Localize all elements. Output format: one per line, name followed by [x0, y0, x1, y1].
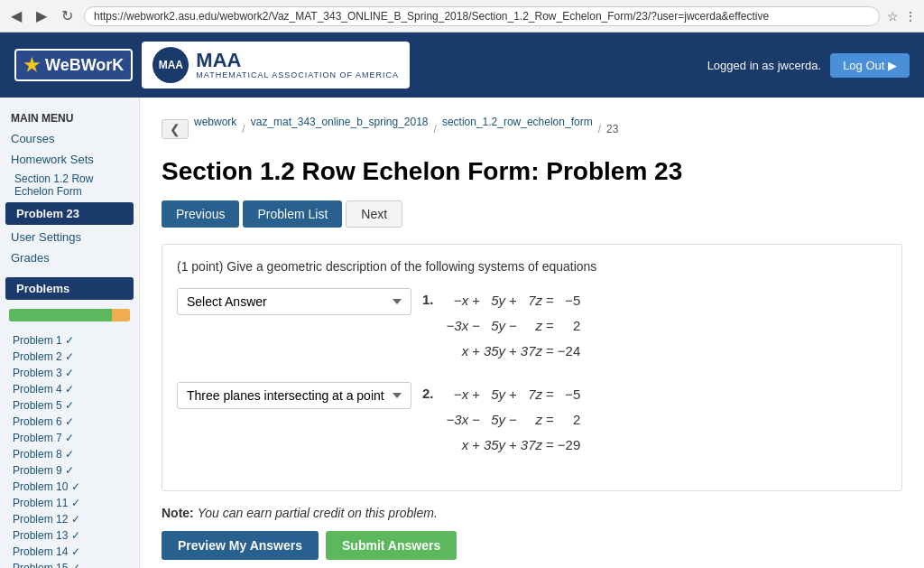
address-bar[interactable]: https://webwork2.asu.edu/webwork2/Vaz_MA… — [84, 6, 880, 26]
breadcrumb-current: 23 — [606, 123, 618, 135]
eq2r3-v3: 37z — [519, 433, 544, 458]
problem-item-10[interactable]: Problem 10 ✓ — [0, 479, 139, 495]
eq1r3-v2: 35y — [482, 339, 507, 364]
eq1r1-v1: −x — [445, 288, 471, 313]
eq1r2-op1: − — [470, 313, 482, 339]
eq1r1-v3: 7z — [519, 288, 544, 313]
breadcrumb: ❮ webwork / vaz_mat_343_online_b_spring_… — [162, 116, 902, 143]
problem-item-1[interactable]: Problem 1 ✓ — [0, 332, 139, 349]
progress-container — [0, 302, 139, 329]
answer-select-2[interactable]: Select Answer A line A plane A point No … — [177, 382, 411, 409]
problem-item-11[interactable]: Problem 11 ✓ — [0, 495, 139, 511]
eq2r1-v1: −x — [445, 382, 471, 407]
eq1r1-v2: 5y — [482, 288, 507, 313]
sidebar-item-user-settings[interactable]: User Settings — [0, 227, 139, 247]
problem-item-4[interactable]: Problem 4 ✓ — [0, 381, 139, 397]
breadcrumb-sep2: / — [434, 123, 437, 135]
problem-list-button[interactable]: Problem List — [243, 200, 342, 228]
problem2-section: Select Answer A line A plane A point No … — [177, 382, 887, 458]
eq1r1-op1: + — [470, 288, 482, 313]
maa-logo: MAA MAA MATHEMATICAL ASSOCIATION OF AMER… — [142, 42, 410, 88]
answer-select-1[interactable]: Select Answer A line A plane A point No … — [177, 288, 411, 315]
bookmark-icon[interactable]: ☆ — [887, 9, 899, 23]
page-title: Section 1.2 Row Echelon Form: Problem 23 — [162, 157, 902, 186]
eq1r2-v1: −3x — [445, 313, 471, 339]
problem1-section: Select Answer A line A plane A point No … — [177, 288, 887, 364]
eq2r3-rhs: −29 — [556, 433, 582, 458]
menu-icon[interactable]: ⋮ — [904, 9, 917, 23]
eq2r1-v3: 7z — [519, 382, 544, 407]
equations-table-2: −x + 5y + 7z = −5 −3x − 5y − z = — [445, 382, 583, 458]
eq2r3-op1: + — [470, 433, 482, 458]
problem-item-6[interactable]: Problem 6 ✓ — [0, 414, 139, 430]
webwork-logo: ★ WeBWorK — [14, 49, 133, 81]
logout-button[interactable]: Log Out ▶ — [830, 53, 910, 78]
action-buttons: Preview My Answers Submit Answers — [162, 531, 902, 560]
eq2r2-v1: −3x — [445, 407, 471, 433]
eq2r1-op2: + — [507, 382, 519, 407]
next-button[interactable]: Next — [346, 200, 402, 228]
main-layout: MAIN MENU Courses Homework Sets Section … — [0, 98, 924, 568]
problem-item-7[interactable]: Problem 7 ✓ — [0, 430, 139, 446]
note-bold: Note: — [162, 506, 194, 520]
sidebar-item-homework-sets[interactable]: Homework Sets — [0, 149, 139, 170]
eq1-row1: −x + 5y + 7z = −5 — [445, 288, 583, 313]
eq2r1-v2: 5y — [482, 382, 507, 407]
sidebar-item-courses[interactable]: Courses — [0, 128, 139, 149]
back-button[interactable]: ◀ — [7, 5, 25, 26]
eq1r2-v2: 5y — [482, 313, 507, 339]
previous-button[interactable]: Previous — [162, 200, 239, 228]
preview-button[interactable]: Preview My Answers — [162, 531, 319, 560]
progress-bar — [9, 309, 130, 321]
eq2r1-eq: = — [544, 382, 556, 407]
problem-item-9[interactable]: Problem 9 ✓ — [0, 462, 139, 479]
eq1r1-rhs: −5 — [556, 288, 582, 313]
breadcrumb-back-button[interactable]: ❮ — [162, 119, 189, 139]
problem-item-14[interactable]: Problem 14 ✓ — [0, 544, 139, 560]
logged-in-text: Logged in as jwcerda. — [707, 59, 821, 72]
answer-select-wrapper-2: Select Answer A line A plane A point No … — [177, 382, 411, 409]
reload-button[interactable]: ↻ — [58, 5, 77, 26]
eq1r2-eq: = — [544, 313, 556, 339]
problem-item-3[interactable]: Problem 3 ✓ — [0, 365, 139, 381]
problem-item-2[interactable]: Problem 2 ✓ — [0, 349, 139, 365]
browser-bar: ◀ ▶ ↻ https://webwork2.asu.edu/webwork2/… — [0, 0, 924, 33]
sidebar-item-section-form[interactable]: Section 1.2 Row Echelon Form — [0, 170, 139, 200]
maa-subtitle: MATHEMATICAL ASSOCIATION OF AMERICA — [196, 70, 399, 79]
eq1r2-op2: − — [507, 313, 519, 339]
answer-select-wrapper-1: Select Answer A line A plane A point No … — [177, 288, 411, 315]
eq1r3-v3: 37z — [519, 339, 544, 364]
breadcrumb-section[interactable]: section_1.2_row_echelon_form — [442, 116, 593, 128]
breadcrumb-webwork[interactable]: webwork — [194, 116, 236, 128]
eq1r3-rhs: −24 — [556, 339, 582, 364]
problem-item-8[interactable]: Problem 8 ✓ — [0, 446, 139, 462]
problem-item-12[interactable]: Problem 12 ✓ — [0, 511, 139, 527]
maa-emblem: MAA — [152, 47, 189, 83]
eq2r2-op1: − — [470, 407, 482, 433]
eq1r1-op2: + — [507, 288, 519, 313]
forward-button[interactable]: ▶ — [32, 5, 51, 26]
problem-item-13[interactable]: Problem 13 ✓ — [0, 527, 139, 544]
eq1r2-rhs: 2 — [556, 313, 582, 339]
breadcrumb-sep1: / — [242, 123, 245, 135]
sidebar-item-grades[interactable]: Grades — [0, 247, 139, 268]
problem-item-15[interactable]: Problem 15 ✓ — [0, 560, 139, 568]
breadcrumb-sep3: / — [598, 123, 601, 135]
progress-bar-yellow — [112, 309, 130, 321]
eq2r2-rhs: 2 — [556, 407, 582, 433]
note-text: Note: You can earn partial credit on thi… — [162, 506, 902, 520]
sidebar-item-problem23[interactable]: Problem 23 — [5, 202, 134, 225]
submit-button[interactable]: Submit Answers — [326, 531, 457, 560]
eq1r3-op2: + — [507, 339, 519, 364]
eq1r2-v3: z — [519, 313, 544, 339]
header-right: Logged in as jwcerda. Log Out ▶ — [707, 53, 910, 78]
eq2r3-v2: 35y — [482, 433, 507, 458]
breadcrumb-course[interactable]: vaz_mat_343_online_b_spring_2018 — [251, 116, 429, 128]
eq2r2-v2: 5y — [482, 407, 507, 433]
note-italic: You can earn partial credit on this prob… — [198, 506, 438, 520]
problem2-number: 2. — [422, 382, 434, 401]
eq2-row2: −3x − 5y − z = 2 — [445, 407, 583, 433]
problem-item-5[interactable]: Problem 5 ✓ — [0, 397, 139, 414]
problem-instruction: (1 point) Give a geometric description o… — [177, 259, 887, 274]
sidebar: MAIN MENU Courses Homework Sets Section … — [0, 98, 140, 568]
